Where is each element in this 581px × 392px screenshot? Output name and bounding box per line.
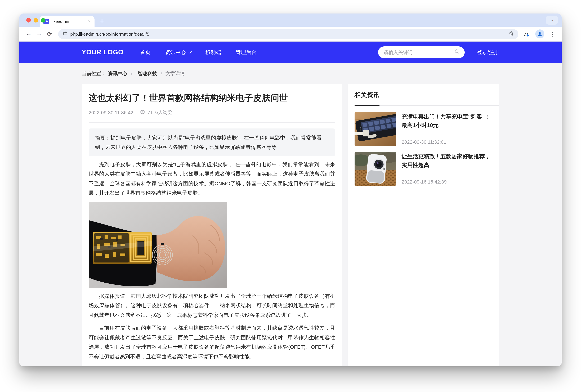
tab-title: likeadmin (51, 19, 85, 24)
article-image-eskin-wrist (89, 202, 227, 288)
article-paragraph: 据媒体报道，韩国大邱庆北科学技术院研究团队成功开发出了全球第一个纳米结构电子皮肤… (89, 291, 335, 320)
url-text[interactable]: php.likeadmin.cn/pc/information/detail/5 (70, 31, 505, 36)
browser-toolbar: ← → ⟳ php.likeadmin.cn/pc/information/de… (19, 27, 562, 42)
close-tab-icon[interactable]: ✕ (88, 19, 91, 24)
toolbar-icons: ⋮ (523, 30, 555, 38)
browser-window: LA likeadmin ✕ + ⌄ ← → ⟳ php.likeadmin.c… (19, 14, 562, 366)
breadcrumb-separator: / (131, 71, 132, 76)
nav-item-home[interactable]: 首页 (140, 49, 150, 56)
bookmark-star-icon[interactable] (508, 30, 514, 38)
divider (89, 122, 335, 122)
view-count: 7116人浏览 (147, 110, 172, 116)
nav-item-mobile[interactable]: 移动端 (205, 49, 221, 56)
related-item-time: 2022-09-16 16:42:39 (402, 179, 492, 186)
article-paragraph: 提到电子皮肤，大家可别以为是“电子游戏里的虚拟皮肤”。在一些科幻电影中，我们常常… (89, 160, 335, 198)
chevron-down-icon (188, 50, 192, 54)
publish-time: 2022-09-30 11:36:42 (89, 110, 133, 115)
related-item-title[interactable]: 充满电再出门！共享充电宝“刺客”：最高1小时10元 (402, 112, 492, 130)
site-logo[interactable]: YOUR LOGO (82, 48, 123, 56)
related-item-time: 2022-09-30 11:32:01 (402, 139, 492, 146)
browser-tab-strip: LA likeadmin ✕ + ⌄ (19, 14, 562, 27)
forward-button[interactable]: → (34, 30, 44, 38)
article-meta: 2022-09-30 11:36:42 7116人浏览 (89, 110, 335, 116)
search-icon[interactable] (454, 49, 460, 56)
tab-search-chevron-icon[interactable]: ⌄ (546, 16, 558, 24)
related-item[interactable]: 让生活更精致！五款居家好物推荐，实用性超高 2022-09-16 16:42:3… (355, 152, 492, 186)
reload-button[interactable]: ⟳ (44, 30, 55, 38)
related-item[interactable]: 充满电再出门！共享充电宝“刺客”：最高1小时10元 2022-09-30 11:… (355, 112, 492, 146)
browser-menu-icon[interactable]: ⋮ (550, 31, 555, 37)
profile-avatar[interactable] (535, 30, 544, 38)
site-header: YOUR LOGO 首页 资讯中心 移动端 管理后台 (19, 42, 562, 63)
search-box[interactable] (378, 46, 465, 58)
search-input[interactable] (383, 49, 454, 56)
related-thumbnail-projector[interactable] (355, 152, 396, 186)
main-nav: 首页 资讯中心 移动端 管理后台 (140, 49, 256, 56)
article-paragraph: 目前用在皮肤表面的电子设备，大都采用橡胶或者塑料等基材制造而来，其缺点是透水透气… (89, 323, 335, 361)
close-window-button[interactable] (26, 18, 31, 22)
related-thumbnail-powerbank[interactable] (355, 112, 396, 146)
related-news-title: 相关资讯 (355, 91, 492, 105)
breadcrumb-link-category[interactable]: 智趣科技 (138, 71, 157, 77)
fullscreen-window-button[interactable] (41, 18, 45, 22)
nav-item-admin[interactable]: 管理后台 (236, 49, 256, 56)
web-page: YOUR LOGO 首页 资讯中心 移动端 管理后台 (19, 42, 562, 366)
article-title: 这也太科幻了！世界首款网格结构纳米电子皮肤问世 (89, 92, 335, 104)
minimize-window-button[interactable] (33, 18, 38, 22)
browser-tab[interactable]: LA likeadmin ✕ (40, 16, 94, 27)
window-controls (26, 18, 45, 22)
article-abstract: 摘要：提到电子皮肤，大家可别以为是“电子游戏里的虚拟皮肤”。在一些科幻电影中，我… (89, 128, 335, 156)
breadcrumb: 当前位置： 资讯中心 / 智趣科技 / 文章详情 (82, 63, 499, 84)
eye-icon (139, 110, 145, 115)
related-news-card: 相关资讯 (348, 84, 499, 366)
desktop-canvas: LA likeadmin ✕ + ⌄ ← → ⟳ php.likeadmin.c… (0, 0, 581, 392)
article-card: 这也太科幻了！世界首款网格结构纳米电子皮肤问世 2022-09-30 11:36… (82, 84, 342, 366)
breadcrumb-link-news-center[interactable]: 资讯中心 (108, 71, 127, 77)
breadcrumb-current: 文章详情 (165, 71, 185, 77)
back-button[interactable]: ← (23, 30, 34, 38)
breadcrumb-prefix: 当前位置： (82, 71, 106, 77)
address-bar[interactable]: php.likeadmin.cn/pc/information/detail/5 (58, 29, 518, 39)
site-info-icon[interactable] (62, 31, 67, 37)
breadcrumb-separator: / (161, 71, 162, 76)
nav-item-news-center[interactable]: 资讯中心 (165, 49, 191, 56)
login-register-link[interactable]: 登录/注册 (477, 49, 499, 56)
related-item-title[interactable]: 让生活更精致！五款居家好物推荐，实用性超高 (402, 152, 492, 169)
new-tab-button[interactable]: + (100, 18, 104, 24)
section-underline (355, 105, 499, 106)
experiments-flask-icon[interactable] (523, 30, 530, 38)
